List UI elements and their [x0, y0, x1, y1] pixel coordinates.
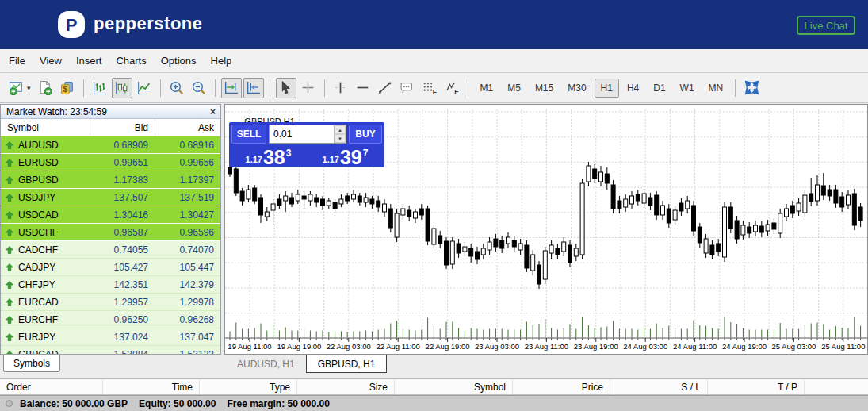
menu-help[interactable]: Help — [204, 52, 239, 70]
market-watch-row-cadjpy[interactable]: CADJPY105.427105.447 — [1, 259, 220, 276]
timeframe-m1-button[interactable]: M1 — [474, 79, 500, 98]
auto-scroll-button[interactable] — [221, 78, 242, 98]
buy-price-pip: 7 — [363, 148, 369, 159]
timeframe-m30-button[interactable]: M30 — [561, 79, 592, 98]
market-watch-row-usdchf[interactable]: USDCHF0.965870.96596 — [1, 224, 220, 241]
chart-tab-audusdh1[interactable]: AUDUSD, H1 — [226, 355, 306, 372]
market-watch-row-eurjpy[interactable]: EURJPY137.024137.047 — [1, 328, 220, 346]
bar-chart-button[interactable] — [90, 78, 110, 98]
market-watch-row-eurcad[interactable]: EURCAD1.299571.29978 — [1, 294, 220, 311]
market-watch-row-audusd[interactable]: AUDUSD0.689090.68916 — [1, 136, 220, 154]
menu-insert[interactable]: Insert — [69, 52, 109, 70]
bid-value: 0.74055 — [90, 244, 155, 255]
dropdown-caret-icon[interactable]: ▾ — [27, 84, 31, 92]
text-label-icon — [400, 80, 415, 95]
toolbar-separator — [735, 79, 736, 97]
spinner-down-icon[interactable]: ▼ — [335, 134, 346, 143]
menu-charts[interactable]: Charts — [109, 52, 153, 70]
timeframe-h1-button[interactable]: H1 — [595, 79, 619, 98]
volume-input[interactable] — [270, 125, 334, 143]
symbol-name: EURCHF — [18, 314, 58, 325]
market-watch-rows: AUDUSD0.689090.68916EURUSD0.996510.99656… — [1, 136, 220, 355]
svg-text:19 Aug 11:00: 19 Aug 11:00 — [228, 342, 271, 351]
terminal-expand-icon[interactable] — [6, 400, 13, 407]
new-chart-button[interactable] — [6, 78, 26, 98]
up-arrow-icon — [6, 141, 13, 149]
auto-scroll-icon — [224, 80, 239, 95]
symbol-name: EURJPY — [18, 332, 55, 343]
up-arrow-icon — [6, 229, 13, 236]
cursor-button[interactable] — [276, 78, 296, 98]
chart-tab-gbpusdh1[interactable]: GBPUSD, H1 — [306, 355, 388, 373]
ask-value: 0.99656 — [155, 157, 220, 168]
bar-chart-icon — [92, 80, 107, 95]
symbol-cell: GBPUSD — [1, 175, 90, 186]
timeframe-m5-button[interactable]: M5 — [501, 79, 527, 98]
timeframe-h4-button[interactable]: H4 — [621, 79, 645, 98]
symbol-name: USDCHF — [18, 227, 58, 238]
symbol-name: CHFJPY — [18, 279, 55, 290]
pepperstone-logo-icon: P — [57, 10, 86, 39]
market-watch-row-cadchf[interactable]: CADCHF0.740550.74070 — [1, 241, 220, 259]
timeframe-m15-button[interactable]: M15 — [529, 79, 560, 98]
vertical-line-button[interactable] — [331, 78, 351, 98]
up-arrow-icon — [6, 176, 13, 184]
horizontal-line-button[interactable] — [353, 78, 373, 98]
market-watch-row-eurchf[interactable]: EURCHF0.962500.96268 — [1, 311, 220, 328]
ask-value: 1.30427 — [155, 209, 220, 221]
zoom-in-button[interactable] — [166, 78, 187, 98]
market-watch-row-usdjpy[interactable]: USDJPY137.507137.519 — [1, 189, 220, 206]
indicators-button[interactable]: E — [442, 78, 462, 98]
market-watch-row-chfjpy[interactable]: CHFJPY142.351142.379 — [1, 276, 220, 294]
line-chart-icon — [136, 80, 151, 95]
market-watch-row-gbpcad[interactable]: GBPCAD1.530841.53123 — [1, 346, 220, 355]
trendline-button[interactable] — [375, 78, 396, 98]
close-icon[interactable]: × — [210, 106, 216, 118]
dollar-cards-button[interactable]: $ — [57, 78, 78, 98]
buy-price-prefix: 1.17 — [323, 155, 339, 164]
menu-options[interactable]: Options — [154, 52, 204, 70]
menu-bar: FileViewInsertChartsOptionsHelp — [0, 49, 868, 73]
symbol-cell: AUDUSD — [1, 140, 90, 151]
live-chat-button[interactable]: Live Chat — [797, 16, 855, 35]
svg-text:24 Aug 03:00: 24 Aug 03:00 — [623, 342, 667, 351]
sell-price-big: 38 — [263, 148, 285, 167]
candlestick-chart-button[interactable] — [112, 78, 132, 98]
buy-button[interactable]: BUY — [349, 125, 382, 144]
ask-value: 1.29978 — [155, 297, 220, 308]
menu-file[interactable]: File — [2, 52, 33, 70]
text-label-button[interactable] — [397, 78, 418, 98]
terminal-column-symbol: Symbol — [395, 379, 513, 394]
symbols-tab[interactable]: Symbols — [3, 355, 60, 372]
zoom-out-button[interactable] — [189, 78, 209, 98]
market-watch-row-gbpusd[interactable]: GBPUSD1.173831.17397 — [1, 171, 220, 189]
line-chart-button[interactable] — [134, 78, 155, 98]
chart-shift-button[interactable] — [243, 78, 264, 98]
spinner-up-icon[interactable]: ▲ — [335, 125, 346, 134]
chart-window[interactable]: 19 Aug 11:0019 Aug 19:0022 Aug 03:0022 A… — [224, 104, 868, 355]
ask-value: 1.17397 — [155, 175, 220, 186]
fullscreen-button[interactable] — [741, 78, 762, 98]
horizontal-line-icon — [355, 80, 370, 95]
sell-price-display[interactable]: 1.17 38 3 — [231, 146, 305, 167]
column-ask: Ask — [155, 119, 220, 136]
svg-text:23 Aug 19:00: 23 Aug 19:00 — [574, 342, 618, 351]
up-arrow-icon — [6, 281, 13, 289]
timeframe-w1-button[interactable]: W1 — [674, 79, 701, 98]
buy-price-display[interactable]: 1.17 39 7 — [308, 146, 382, 167]
crosshair-button[interactable] — [298, 78, 319, 98]
menu-view[interactable]: View — [33, 52, 69, 70]
fibonacci-button[interactable]: F — [419, 78, 440, 98]
new-order-button[interactable] — [35, 78, 55, 98]
ask-value: 0.74070 — [155, 244, 220, 255]
ask-value: 1.53123 — [155, 349, 220, 355]
timeframe-d1-button[interactable]: D1 — [647, 79, 671, 98]
ask-value: 105.447 — [155, 262, 220, 273]
terminal-column-time: Time — [103, 379, 200, 394]
sell-button[interactable]: SELL — [231, 125, 266, 144]
market-watch-row-eurusd[interactable]: EURUSD0.996510.99656 — [1, 154, 220, 171]
svg-text:23 Aug 11:00: 23 Aug 11:00 — [525, 342, 568, 351]
market-watch-row-usdcad[interactable]: USDCAD1.304161.30427 — [1, 206, 220, 224]
bid-value: 1.29957 — [90, 297, 155, 308]
timeframe-mn-button[interactable]: MN — [702, 79, 730, 98]
